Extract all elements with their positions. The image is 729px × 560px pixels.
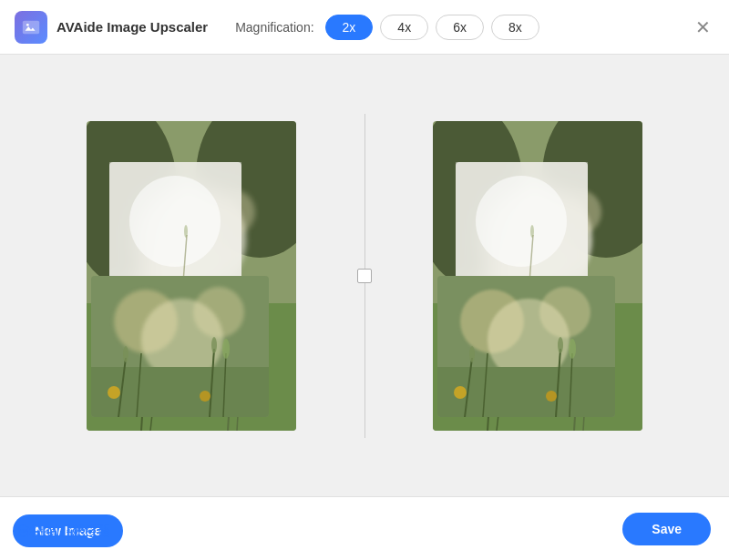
svg-point-53 [530, 225, 534, 238]
output-composite [433, 121, 642, 431]
original-bottom-card [91, 276, 269, 417]
svg-point-27 [123, 346, 128, 362]
svg-point-67 [546, 391, 557, 402]
svg-point-32 [222, 339, 230, 359]
app-title: AVAide Image Upscaler [56, 19, 208, 35]
mag-btn-8x[interactable]: 8x [491, 15, 539, 40]
svg-point-65 [569, 339, 576, 359]
mag-btn-4x[interactable]: 4x [380, 15, 428, 40]
bottom-bar: New Image Original: 183*275 Original: 18… [0, 496, 729, 560]
title-bar: AVAide Image Upscaler Magnification: 2x … [0, 0, 729, 55]
original-composite [87, 121, 296, 431]
svg-point-30 [211, 337, 217, 353]
mag-btn-6x[interactable]: 6x [436, 15, 484, 40]
close-button[interactable]: ✕ [692, 15, 714, 40]
svg-point-1 [26, 23, 29, 25]
output-bottom-card [437, 276, 615, 417]
save-button[interactable]: Save [622, 513, 711, 545]
magnification-buttons: 2x 4x 6x 8x [325, 15, 539, 40]
output-image-panel [365, 73, 712, 478]
original-image-panel [18, 73, 364, 478]
magnification-label: Magnification: [235, 20, 313, 35]
mag-btn-2x[interactable]: 2x [325, 15, 374, 40]
svg-point-63 [558, 337, 563, 353]
svg-point-34 [200, 391, 210, 402]
app-icon [15, 11, 47, 44]
svg-point-60 [469, 346, 475, 362]
main-content [0, 55, 729, 496]
svg-point-66 [454, 386, 467, 399]
svg-rect-0 [23, 20, 39, 34]
svg-point-18 [129, 176, 221, 267]
original-overlay-card [109, 162, 241, 294]
svg-point-51 [476, 176, 567, 267]
svg-point-33 [108, 386, 120, 399]
output-overlay-card [456, 162, 588, 294]
svg-point-20 [184, 225, 188, 238]
original-info: Original: 183*275 [18, 526, 109, 540]
